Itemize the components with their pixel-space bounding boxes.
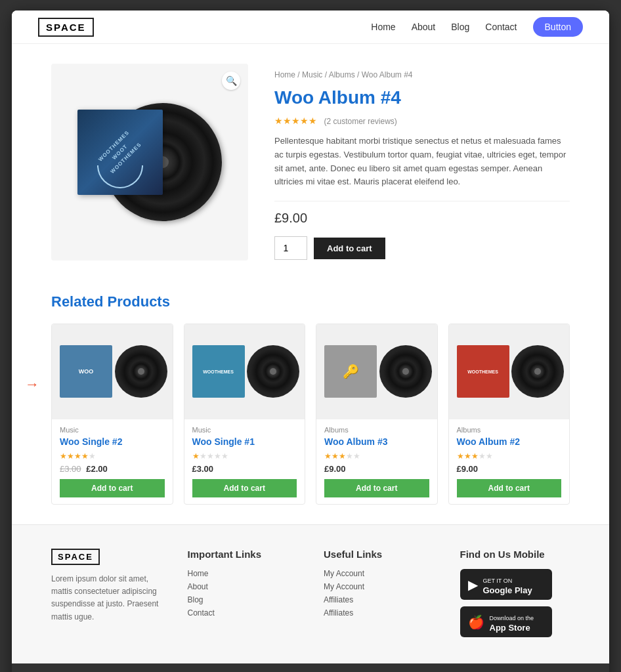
card-title-3: Woo Album #3 [324,436,429,447]
product-info: Home / Music / Albums / Woo Album #4 Woo… [274,64,570,261]
mini-cover-1: WOO [60,345,112,398]
mini-vinyl-hole-1 [138,368,144,375]
footer-link-home[interactable]: Home [188,569,298,578]
card-stars-3: ★★★★★ [324,450,429,461]
card-stars-4: ★★★★★ [457,450,562,461]
app-store-store: App Store [490,623,534,633]
useful-links-title: Useful Links [324,549,434,560]
magnify-icon[interactable]: 🔍 [222,72,240,90]
card-add-btn-1[interactable]: Add to cart [60,479,165,497]
red-arrow-indicator: → [25,376,39,393]
google-play-button[interactable]: ▶ GET IT ON Google Play [460,569,552,600]
footer-col-brand: SPACE Lorem ipsum dolor sit amet, mattis… [51,549,161,644]
add-to-cart-row: Add to cart [274,236,570,260]
header-button[interactable]: Button [533,17,583,37]
mobile-title: Find on Us Mobile [460,549,570,560]
card-image-3: 🔑 [316,324,437,419]
mini-vinyl-2 [247,345,299,398]
card-add-btn-4[interactable]: Add to cart [457,479,562,497]
related-products-section: Related Products → WOO Music Woo Single … [51,280,570,524]
footer-bottom: Copyright © 2018 Astra | Powered by Astr… [12,663,609,672]
card-category-4: Albums [457,426,562,434]
card-price-3: £9.00 [324,464,429,474]
card-image-4: WOOTHEMES [449,324,570,419]
google-play-text: GET IT ON Google Play [483,574,532,595]
mini-vinyl-hole-3 [402,368,409,375]
mini-cover-3: 🔑 [324,345,377,398]
product-price: £9.00 [274,201,570,226]
card-price-2: £3.00 [192,464,297,474]
product-card-1: WOO Music Woo Single #2 ★★★★★ £3.00 £2.0… [51,324,173,505]
reviews-count: (2 customer reviews) [324,117,396,126]
footer: SPACE Lorem ipsum dolor sit amet, mattis… [12,524,609,672]
app-store-button[interactable]: 🍎 Download on the App Store [460,606,552,637]
product-section: 🔍 WOOTHEMESWOOTWOOTHEMES Home / Music / … [51,64,570,261]
nav-home[interactable]: Home [371,22,395,32]
card-body-2: Music Woo Single #1 ★★★★★ £3.00 Add to c… [184,419,305,504]
product-card-3: 🔑 Albums Woo Album #3 ★★★★★ £9.00 Add to… [316,324,438,505]
card-category-1: Music [60,426,165,434]
card-stars-1: ★★★★★ [60,450,165,461]
google-play-store: Google Play [483,585,532,595]
album-cover: WOOTHEMESWOOTWOOTHEMES [77,110,163,195]
card-image-1: WOO [52,324,173,419]
nav-about[interactable]: About [412,22,436,32]
products-grid: → WOO Music Woo Single #2 ★★★★★ [51,324,570,505]
card-image-2: WOOTHEMES [184,324,305,419]
card-category-2: Music [192,426,297,434]
mini-vinyl-3 [379,345,432,398]
card-new-price-3: £9.00 [324,464,346,474]
mini-vinyl-4 [511,345,564,398]
product-card-4: WOOTHEMES Albums Woo Album #2 ★★★★★ £9.0… [448,324,570,505]
breadcrumb: Home / Music / Albums / Woo Album #4 [274,70,570,79]
card-add-btn-3[interactable]: Add to cart [324,479,429,497]
footer-description: Lorem ipsum dolor sit amet, mattis conse… [51,573,161,623]
footer-link-contact[interactable]: Contact [188,608,298,618]
google-play-icon: ▶ [468,577,478,593]
mini-vinyl-hole-2 [270,368,276,375]
footer-grid: SPACE Lorem ipsum dolor sit amet, mattis… [51,549,570,644]
card-price-1: £3.00 £2.00 [60,464,165,474]
product-description: Pellentesque habitant morbi tristique se… [274,135,570,189]
nav-blog[interactable]: Blog [451,22,469,32]
card-body-3: Albums Woo Album #3 ★★★★★ £9.00 Add to c… [316,419,437,504]
footer-link-about[interactable]: About [188,582,298,591]
card-add-btn-2[interactable]: Add to cart [192,479,297,497]
product-title: Woo Album #4 [274,87,570,108]
star-rating: ★★★★★ [274,116,317,126]
app-store-label: Download on the [490,615,534,621]
mini-vinyl-hole-4 [534,368,541,375]
card-title-2: Woo Single #1 [192,436,297,447]
card-old-price-1: £3.00 [60,464,81,474]
google-play-label: GET IT ON [483,578,513,584]
browser-frame: SPACE Home About Blog Contact Button 🔍 W… [12,10,609,672]
footer-link-account1[interactable]: My Account [324,569,434,578]
card-price-4: £9.00 [457,464,562,474]
nav-contact[interactable]: Contact [485,22,517,32]
main-content: 🔍 WOOTHEMESWOOTWOOTHEMES Home / Music / … [12,44,609,524]
card-new-price-1: £2.00 [86,464,108,474]
footer-link-account2[interactable]: My Account [324,582,434,591]
album-cover-arc [97,165,143,188]
card-stars-2: ★★★★★ [192,450,297,461]
app-store-text: Download on the App Store [490,611,534,633]
footer-link-affiliates1[interactable]: Affiliates [324,595,434,604]
card-title-1: Woo Single #2 [60,436,165,447]
mini-cover-2: WOOTHEMES [192,345,245,398]
mini-cover-4: WOOTHEMES [457,345,509,398]
product-card-2: WOOTHEMES Music Woo Single #1 ★★★★★ £3.0… [184,324,306,505]
card-title-4: Woo Album #2 [457,436,562,447]
add-to-cart-button[interactable]: Add to cart [314,238,385,259]
quantity-input[interactable] [274,236,307,260]
footer-logo: SPACE [51,549,100,565]
footer-col-important: Important Links Home About Blog Contact [188,549,298,644]
card-body-1: Music Woo Single #2 ★★★★★ £3.00 £2.00 Ad… [52,419,173,504]
related-products-title: Related Products [51,293,570,310]
logo: SPACE [38,18,94,37]
apple-icon: 🍎 [468,614,484,630]
footer-link-blog[interactable]: Blog [188,595,298,604]
card-new-price-2: £3.00 [192,464,214,474]
card-new-price-4: £9.00 [457,464,479,474]
card-body-4: Albums Woo Album #2 ★★★★★ £9.00 Add to c… [449,419,570,504]
footer-link-affiliates2[interactable]: Affiliates [324,608,434,618]
